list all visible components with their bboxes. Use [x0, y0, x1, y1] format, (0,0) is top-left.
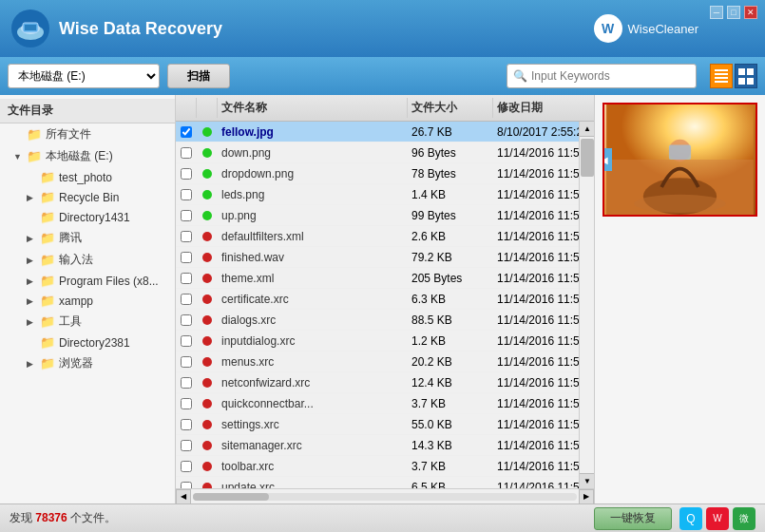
row-size: 55.0 KB [408, 416, 493, 433]
sidebar-item[interactable]: ▶ 📁 xampp [0, 291, 175, 311]
hscroll-track[interactable] [193, 493, 577, 501]
minimize-button[interactable]: ─ [710, 6, 723, 19]
scroll-down-arrow[interactable]: ▼ [580, 473, 594, 488]
file-table-header: 文件名称 文件大小 修改日期 可... [176, 95, 594, 122]
sidebar-item[interactable]: ▶ 📁 工具 [0, 311, 175, 332]
row-checkbox[interactable] [176, 124, 197, 140]
table-row[interactable]: toolbar.xrc 3.7 KB 11/14/2016 11:53... 无 [176, 456, 579, 477]
sidebar-item[interactable]: ▶ 📁 输入法 [0, 249, 175, 271]
row-checkbox[interactable] [176, 354, 197, 370]
sidebar-item[interactable]: 📁 所有文件 [0, 124, 175, 145]
row-size: 99 Bytes [408, 207, 493, 224]
table-row[interactable]: up.png 99 Bytes 11/14/2016 11:53... 良 [176, 205, 579, 226]
hscroll-right-arrow[interactable]: ▶ [579, 489, 594, 504]
row-date: 11/14/2016 11:53... [493, 479, 579, 489]
table-row[interactable]: sitemanager.xrc 14.3 KB 11/14/2016 11:53… [176, 435, 579, 456]
row-checkbox[interactable] [176, 229, 197, 244]
window-controls: ─ □ ✕ [710, 6, 757, 19]
tree-arrow: ▶ [27, 276, 36, 286]
row-checkbox[interactable] [176, 166, 197, 181]
table-row[interactable]: down.png 96 Bytes 11/14/2016 11:53... 良 [176, 142, 579, 163]
drive-select[interactable]: 本地磁盘 (E:) [8, 64, 160, 88]
table-row[interactable]: update.xrc 6.5 KB 11/14/2016 11:53... 无 [176, 477, 579, 488]
wechat-button[interactable]: 微 [733, 507, 755, 530]
tree-item-label: test_photo [59, 171, 112, 184]
table-row[interactable]: fellow.jpg 26.7 KB 8/10/2017 2:55:2... 良 [176, 122, 579, 142]
row-size: 79.2 KB [408, 249, 493, 266]
col-filename[interactable]: 文件名称 [218, 98, 408, 118]
horizontal-scrollbar[interactable]: ◀ ▶ [176, 488, 594, 504]
table-row[interactable]: quickconnectbar... 3.7 KB 11/14/2016 11:… [176, 393, 579, 414]
tree-item-label: 所有文件 [46, 126, 91, 142]
sidebar-item[interactable]: 📁 test_photo [0, 167, 175, 187]
table-row[interactable]: menus.xrc 20.2 KB 11/14/2016 11:53... 无 [176, 352, 579, 372]
row-checkbox[interactable] [176, 145, 197, 161]
row-size: 12.4 KB [408, 374, 493, 391]
table-row[interactable]: netconfwizard.xrc 12.4 KB 11/14/2016 11:… [176, 372, 579, 393]
scroll-thumb[interactable] [581, 139, 594, 177]
row-filename: fellow.jpg [218, 124, 408, 141]
main-content: 文件目录 📁 所有文件 ▼ 📁 本地磁盘 (E:) 📁 test_photo ▶… [0, 95, 765, 504]
titlebar: Wise Data Recovery W WiseCleaner [0, 0, 765, 57]
sidebar-item[interactable]: ▶ 📁 腾讯 [0, 227, 175, 249]
row-date: 11/14/2016 11:53... [493, 165, 579, 182]
table-row[interactable]: certificate.xrc 6.3 KB 11/14/2016 11:53.… [176, 289, 579, 310]
sidebar-item[interactable]: 📁 Directory1431 [0, 207, 175, 227]
tree-folder-icon: 📁 [27, 127, 42, 142]
view-grid-button[interactable] [735, 64, 757, 88]
row-date: 11/14/2016 11:53... [493, 249, 579, 266]
row-status [197, 251, 218, 264]
row-status [197, 272, 218, 285]
row-checkbox[interactable] [176, 333, 197, 349]
maximize-button[interactable]: □ [727, 6, 740, 19]
row-checkbox[interactable] [176, 438, 197, 453]
table-row[interactable]: dialogs.xrc 88.5 KB 11/14/2016 11:53... … [176, 310, 579, 331]
table-row[interactable]: theme.xml 205 Bytes 11/14/2016 11:53... … [176, 268, 579, 289]
hscroll-thumb[interactable] [193, 493, 269, 501]
sidebar-item[interactable]: ▶ 📁 Program Files (x8... [0, 271, 175, 291]
vertical-scrollbar[interactable]: ▲ ▼ [579, 122, 594, 488]
row-checkbox[interactable] [176, 292, 197, 307]
search-input[interactable] [531, 69, 664, 83]
row-checkbox[interactable] [176, 250, 197, 265]
scroll-up-arrow[interactable]: ▲ [580, 122, 594, 137]
col-size[interactable]: 文件大小 [408, 98, 493, 118]
sidebar-item[interactable]: ▶ 📁 浏览器 [0, 352, 175, 374]
sidebar-item[interactable]: ▶ 📁 Recycle Bin [0, 187, 175, 207]
table-row[interactable]: dropdown.png 78 Bytes 11/14/2016 11:53..… [176, 163, 579, 184]
tree-folder-icon: 📁 [40, 294, 55, 308]
row-checkbox[interactable] [176, 459, 197, 474]
scan-button[interactable]: 扫描 [167, 64, 230, 88]
sidebar-item[interactable]: ▼ 📁 本地磁盘 (E:) [0, 145, 175, 167]
hscroll-left-arrow[interactable]: ◀ [176, 489, 191, 504]
close-button[interactable]: ✕ [744, 6, 757, 19]
weibo-button[interactable]: W [706, 507, 729, 530]
row-checkbox[interactable] [176, 208, 197, 223]
col-date[interactable]: 修改日期 [493, 98, 594, 118]
row-checkbox[interactable] [176, 396, 197, 411]
row-size: 3.7 KB [408, 458, 493, 475]
recover-button[interactable]: 一键恢复 [594, 507, 672, 530]
row-date: 11/14/2016 11:53... [493, 374, 579, 391]
table-row[interactable]: inputdialog.xrc 1.2 KB 11/14/2016 11:53.… [176, 331, 579, 352]
row-checkbox[interactable] [176, 313, 197, 328]
sidebar-item[interactable]: 📁 Directory2381 [0, 332, 175, 352]
row-checkbox[interactable] [176, 271, 197, 286]
row-checkbox[interactable] [176, 375, 197, 390]
row-checkbox[interactable] [176, 480, 197, 489]
sidebar-tree: 📁 所有文件 ▼ 📁 本地磁盘 (E:) 📁 test_photo ▶ 📁 Re… [0, 124, 175, 374]
tree-folder-icon: 📁 [27, 149, 42, 163]
qq-button[interactable]: Q [679, 507, 702, 530]
preview-chevron[interactable]: ◀ [602, 148, 612, 171]
row-checkbox[interactable] [176, 417, 197, 432]
file-list[interactable]: fellow.jpg 26.7 KB 8/10/2017 2:55:2... 良… [176, 122, 579, 488]
status-dot [202, 211, 212, 220]
table-row[interactable]: settings.xrc 55.0 KB 11/14/2016 11:53...… [176, 414, 579, 435]
view-list-button[interactable] [710, 64, 733, 88]
table-row[interactable]: leds.png 1.4 KB 11/14/2016 11:53... 无 [176, 184, 579, 205]
row-filename: menus.xrc [218, 353, 408, 370]
row-checkbox[interactable] [176, 187, 197, 202]
table-row[interactable]: finished.wav 79.2 KB 11/14/2016 11:53...… [176, 247, 579, 268]
table-row[interactable]: defaultfilters.xml 2.6 KB 11/14/2016 11:… [176, 226, 579, 247]
status-dot [202, 127, 212, 137]
